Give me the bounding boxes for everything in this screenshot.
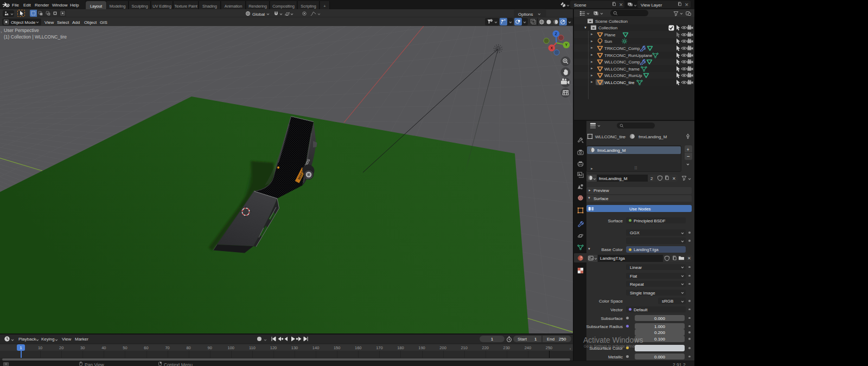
svg-text:Y: Y (565, 43, 567, 47)
svg-text:User Perspective: User Perspective (4, 28, 39, 33)
svg-text:Z: Z (555, 32, 558, 36)
svg-text:›: › (1, 30, 2, 35)
svg-text:(1) Collection | WLLCONC_tire: (1) Collection | WLLCONC_tire (4, 34, 67, 40)
svg-text:X: X (551, 46, 553, 50)
